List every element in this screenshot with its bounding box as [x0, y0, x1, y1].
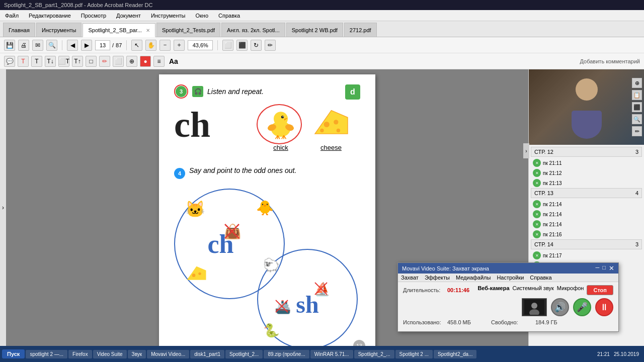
tab-home[interactable]: Главная: [3, 23, 35, 37]
rotate-button[interactable]: ↻: [251, 40, 262, 51]
movavi-close[interactable]: ✕: [609, 264, 614, 272]
menu-media[interactable]: Медиафайлы: [456, 275, 491, 281]
toolbar1: 💾 🖨 ✉ 🔍 ◀ ▶ / 87 ↖ ✋ － ＋ ⬜ ⬛ ↻ ✏: [0, 37, 644, 53]
search-button[interactable]: 🔍: [46, 40, 57, 51]
panel-row-2[interactable]: ✕ пк 21:12: [531, 168, 642, 178]
taskbar-item-10[interactable]: Spotlight 2 ...: [395, 350, 433, 358]
panel-row-6[interactable]: ✕ пк 21:14: [531, 219, 642, 229]
add-comment-button[interactable]: 💬: [4, 56, 15, 67]
panel-row-1[interactable]: ✕ пк 21:11: [531, 158, 642, 168]
menu-effects[interactable]: Эффекты: [425, 275, 450, 281]
panel-row-3[interactable]: ✕ пк 21:13: [531, 178, 642, 188]
fit-width-button[interactable]: ⬛: [236, 40, 248, 51]
prev-page-button[interactable]: ◀: [67, 40, 78, 51]
menu-help[interactable]: Справка: [216, 12, 242, 20]
clock-date: 25.10.2019: [614, 351, 639, 357]
menubar: Файл Редактирование Просмотр Документ Ин…: [0, 10, 644, 21]
movavi-maximize[interactable]: □: [602, 264, 606, 272]
free-value: 184.9 ГБ: [535, 319, 557, 325]
svg-marker-13: [315, 110, 348, 133]
sheep-item: 🐑: [263, 257, 279, 273]
email-button[interactable]: ✉: [32, 40, 43, 51]
taskbar-item-3[interactable]: Звук: [128, 350, 146, 358]
fit-page-button[interactable]: ⬜: [222, 40, 233, 51]
print-button[interactable]: 🖨: [18, 40, 29, 51]
separator3: [217, 40, 218, 50]
taskbar-item-7[interactable]: 89.zip (проблe...: [264, 350, 309, 358]
menu-capture[interactable]: Захват: [401, 275, 419, 281]
hand-tool[interactable]: ✋: [145, 40, 156, 51]
menu-settings[interactable]: Настройки: [497, 275, 524, 281]
left-sidebar-collapse[interactable]: ›: [0, 69, 6, 346]
collapse-right-arrow[interactable]: ›: [523, 143, 529, 158]
d-badge: d: [345, 84, 360, 100]
right-side-icon1[interactable]: ⊕: [632, 78, 642, 88]
lines-button[interactable]: ≡: [153, 56, 165, 67]
pencil-button[interactable]: ✏: [99, 56, 110, 67]
say-row: 4 Say and point to the odd ones out.: [174, 166, 360, 180]
thumb-svg: [524, 300, 544, 315]
right-side-icon5[interactable]: ✏: [632, 126, 642, 136]
color-button[interactable]: ●: [140, 56, 151, 67]
section-ctr14: СТР. 14 3: [531, 239, 642, 249]
taskbar-item-9[interactable]: Spotlight_2_...: [354, 350, 394, 358]
menu-help2[interactable]: Справка: [530, 275, 551, 281]
menu-view[interactable]: Просмотр: [79, 12, 108, 20]
page-number: 13: [353, 340, 365, 346]
zoom-in-button[interactable]: ＋: [174, 40, 185, 51]
start-button[interactable]: Пуск: [2, 349, 25, 358]
eraser-button[interactable]: ⬜: [113, 56, 124, 67]
panel-row-4[interactable]: ✕ пк 21:14: [531, 199, 642, 209]
panel-row-5[interactable]: ✕ пк 21:14: [531, 209, 642, 219]
marker-button[interactable]: ✏: [265, 40, 276, 51]
movavi-minimize[interactable]: ─: [596, 264, 600, 272]
menu-window[interactable]: Окно: [193, 12, 210, 20]
svg-point-2: [281, 116, 284, 118]
panel-row-8[interactable]: ✕ пк 21:17: [531, 250, 642, 260]
text-button[interactable]: T: [31, 56, 42, 67]
menu-edit[interactable]: Редактирование: [27, 12, 73, 20]
text-box-button[interactable]: ⬜T: [58, 56, 69, 67]
zoom-out-button[interactable]: －: [159, 40, 171, 51]
save-button[interactable]: 💾: [4, 40, 15, 51]
tab-angl[interactable]: Англ. яз. 2кл. Spotl...: [221, 23, 285, 37]
right-side-icon4[interactable]: 🔍: [632, 114, 642, 124]
cheese-item: cheese: [311, 107, 351, 151]
tab-close-spotlight-sb[interactable]: ✕: [146, 28, 150, 33]
side-icons: ⊕ 📋 ⬛ 🔍 ✏: [630, 76, 644, 138]
tab-2712[interactable]: 2712.pdf: [344, 23, 377, 37]
mic-button[interactable]: 🎤: [573, 298, 591, 316]
text-up-button[interactable]: T↑: [72, 56, 83, 67]
taskbar-item-0[interactable]: spotlight 2 —...: [26, 350, 67, 358]
menu-doc[interactable]: Документ: [114, 12, 143, 20]
highlight-button[interactable]: T: [18, 56, 29, 67]
taskbar-item-8[interactable]: WinRAR 5.71...: [310, 350, 353, 358]
panel-row-7[interactable]: ✕ пк 21:16: [531, 229, 642, 239]
right-side-icon2[interactable]: 📋: [632, 90, 642, 100]
pause-button[interactable]: ⏸: [595, 298, 613, 316]
chick-label: chick: [273, 144, 288, 151]
font-button[interactable]: Aa: [167, 57, 180, 65]
tab-tests[interactable]: Spotlight_2_Tests.pdf: [156, 23, 220, 37]
tab-wb[interactable]: Spotlight 2 WB.pdf: [286, 23, 343, 37]
taskbar-item-6[interactable]: Spotlight_2...: [225, 350, 263, 358]
tab-tools[interactable]: Инструменты: [36, 23, 82, 37]
text-down-button[interactable]: T↓: [45, 56, 56, 67]
cursor-tool[interactable]: ↖: [131, 40, 142, 51]
rect-button[interactable]: □: [86, 56, 97, 67]
taskbar-item-5[interactable]: disk1_part1: [190, 350, 224, 358]
stamp-button[interactable]: ⊕: [126, 56, 137, 67]
taskbar-item-1[interactable]: Firefox: [68, 350, 92, 358]
taskbar-item-11[interactable]: Spotlight2_da...: [434, 350, 477, 358]
taskbar-item-2[interactable]: Video Suite: [93, 350, 127, 358]
right-side-icon3[interactable]: ⬛: [632, 102, 642, 112]
page-input[interactable]: [95, 40, 110, 50]
taskbar-item-4[interactable]: Movavi Video...: [147, 350, 189, 358]
menu-file[interactable]: Файл: [3, 12, 21, 20]
volume-button[interactable]: 🔊: [551, 298, 569, 316]
next-page-button[interactable]: ▶: [81, 40, 92, 51]
menu-tools[interactable]: Инструменты: [149, 12, 188, 20]
tab-spotlight-sb[interactable]: Spotlight_2_SB_par... ✕: [83, 23, 155, 37]
zoom-input[interactable]: [188, 40, 213, 50]
stop-button[interactable]: Стоп: [587, 285, 613, 295]
